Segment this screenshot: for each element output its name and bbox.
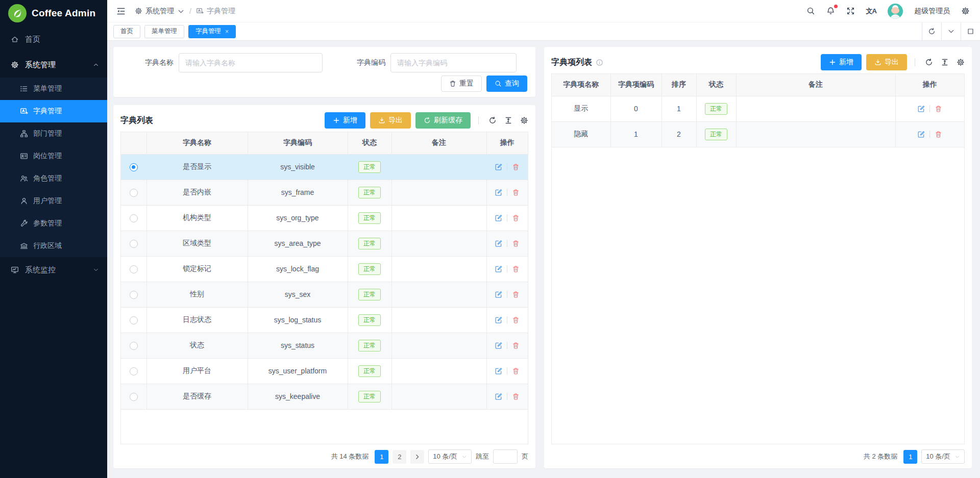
edit-icon[interactable] bbox=[495, 240, 502, 247]
settings-gear-icon[interactable] bbox=[961, 7, 970, 15]
dict-code-cell: sys_org_type bbox=[248, 205, 348, 231]
导出-button[interactable]: 导出 bbox=[370, 112, 411, 129]
row-radio[interactable] bbox=[130, 342, 138, 350]
delete-icon[interactable] bbox=[512, 342, 520, 349]
reset-button[interactable]: 重置 bbox=[441, 76, 482, 92]
delete-icon[interactable] bbox=[512, 367, 520, 375]
delete-icon[interactable] bbox=[512, 393, 520, 400]
edit-icon[interactable] bbox=[495, 291, 502, 298]
table-row[interactable]: 日志状态 sys_log_status 正常 bbox=[121, 307, 528, 333]
table-row[interactable]: 用户平台 sys_user_platform 正常 bbox=[121, 358, 528, 384]
sidebar-item[interactable]: 用户管理 bbox=[0, 190, 107, 212]
close-icon[interactable]: × bbox=[225, 29, 229, 35]
tab-label: 首页 bbox=[120, 27, 133, 36]
sidebar-item[interactable]: 字典管理 bbox=[0, 100, 107, 122]
row-height-icon[interactable] bbox=[941, 58, 949, 66]
导出-button[interactable]: 导出 bbox=[866, 54, 907, 70]
refresh-tab-icon[interactable] bbox=[922, 22, 941, 41]
edit-icon[interactable] bbox=[495, 342, 502, 349]
tab-actions-chevron-icon[interactable] bbox=[941, 22, 961, 41]
delete-icon[interactable] bbox=[512, 291, 520, 298]
edit-icon[interactable] bbox=[917, 105, 925, 113]
page-button[interactable]: 1 bbox=[375, 450, 388, 464]
sidebar-item[interactable]: 部门管理 bbox=[0, 122, 107, 145]
query-button[interactable]: 查询 bbox=[486, 76, 527, 92]
table-row[interactable]: 锁定标记 sys_lock_flag 正常 bbox=[121, 256, 528, 282]
row-radio[interactable] bbox=[130, 240, 138, 248]
sidebar-item[interactable]: 岗位管理 bbox=[0, 145, 107, 167]
sidebar-item[interactable]: 行政区域 bbox=[0, 235, 107, 257]
next-page-button[interactable] bbox=[410, 450, 424, 464]
row-radio[interactable] bbox=[130, 189, 138, 197]
jump-page-input[interactable] bbox=[493, 449, 518, 464]
page-button[interactable]: 1 bbox=[903, 450, 917, 464]
row-radio[interactable] bbox=[130, 393, 138, 401]
page-size-select[interactable]: 10 条/页 bbox=[921, 449, 965, 464]
search-icon[interactable] bbox=[806, 7, 815, 15]
row-radio[interactable] bbox=[130, 291, 138, 299]
table-row[interactable]: 是否显示 sys_visible 正常 bbox=[121, 154, 528, 180]
table-row[interactable]: 显示 0 1 正常 bbox=[552, 96, 964, 121]
sidebar-item[interactable]: 菜单管理 bbox=[0, 78, 107, 100]
row-radio[interactable] bbox=[130, 214, 138, 222]
sidebar-item[interactable]: 参数管理 bbox=[0, 212, 107, 235]
breadcrumb-system[interactable]: 系统管理 bbox=[135, 7, 185, 16]
edit-icon[interactable] bbox=[495, 163, 502, 171]
row-radio[interactable] bbox=[130, 367, 138, 375]
tab[interactable]: 字典管理× bbox=[188, 25, 236, 38]
table-row[interactable]: 是否缓存 sys_keepalive 正常 bbox=[121, 384, 528, 409]
sidebar-item[interactable]: 角色管理 bbox=[0, 167, 107, 190]
delete-icon[interactable] bbox=[512, 265, 520, 273]
table-row[interactable]: 性别 sys_sex 正常 bbox=[121, 282, 528, 307]
column-settings-gear-icon[interactable] bbox=[520, 116, 528, 124]
delete-icon[interactable] bbox=[935, 105, 942, 113]
row-radio[interactable] bbox=[130, 265, 138, 273]
edit-icon[interactable] bbox=[495, 393, 502, 400]
fullscreen-icon[interactable] bbox=[846, 7, 855, 15]
table-row[interactable]: 区域类型 sys_area_type 正常 bbox=[121, 231, 528, 256]
refresh-icon[interactable] bbox=[925, 58, 933, 66]
info-icon[interactable] bbox=[596, 59, 603, 66]
column-settings-gear-icon[interactable] bbox=[957, 58, 965, 66]
refresh-icon[interactable] bbox=[488, 116, 497, 124]
avatar[interactable] bbox=[888, 4, 903, 19]
刷新缓存-button[interactable]: 刷新缓存 bbox=[415, 112, 471, 129]
edit-icon[interactable] bbox=[917, 131, 925, 138]
edit-icon[interactable] bbox=[495, 189, 502, 196]
delete-icon[interactable] bbox=[935, 131, 942, 138]
sidebar-item[interactable]: 系统监控 bbox=[0, 257, 107, 283]
tab-label: 字典管理 bbox=[195, 27, 221, 36]
edit-icon[interactable] bbox=[495, 367, 502, 375]
tab[interactable]: 首页 bbox=[113, 25, 140, 38]
sidebar-item[interactable]: 系统管理 bbox=[0, 52, 107, 78]
新增-button[interactable]: 新增 bbox=[325, 112, 365, 129]
row-radio[interactable] bbox=[130, 316, 138, 324]
tab[interactable]: 菜单管理 bbox=[144, 25, 184, 38]
table-row[interactable]: 机构类型 sys_org_type 正常 bbox=[121, 205, 528, 231]
delete-icon[interactable] bbox=[512, 163, 520, 171]
table-row[interactable]: 状态 sys_status 正常 bbox=[121, 333, 528, 358]
edit-icon[interactable] bbox=[495, 316, 502, 324]
edit-icon[interactable] bbox=[495, 214, 502, 222]
delete-icon[interactable] bbox=[512, 240, 520, 247]
page-size-select[interactable]: 10 条/页 bbox=[428, 449, 472, 464]
user-name[interactable]: 超级管理员 bbox=[914, 7, 950, 16]
delete-icon[interactable] bbox=[512, 214, 520, 222]
maximize-icon[interactable] bbox=[961, 22, 980, 41]
dict-code-input[interactable] bbox=[390, 53, 517, 72]
row-radio[interactable] bbox=[130, 163, 138, 171]
table-row[interactable]: 隐藏 1 2 正常 bbox=[552, 121, 964, 147]
edit-icon[interactable] bbox=[495, 265, 502, 273]
page-button[interactable]: 2 bbox=[393, 450, 406, 464]
delete-icon[interactable] bbox=[512, 316, 520, 324]
table-row[interactable]: 是否内嵌 sys_frame 正常 bbox=[121, 180, 528, 205]
新增-button[interactable]: 新增 bbox=[821, 54, 862, 70]
app-logo[interactable]: Coffee Admin bbox=[0, 0, 107, 27]
menu-fold-icon[interactable] bbox=[116, 7, 126, 16]
translate-icon[interactable]: 文A bbox=[866, 7, 876, 16]
row-height-icon[interactable] bbox=[504, 116, 512, 124]
notification-bell-icon[interactable] bbox=[826, 7, 835, 15]
delete-icon[interactable] bbox=[512, 189, 520, 196]
sidebar-item[interactable]: 首页 bbox=[0, 27, 107, 52]
dict-name-input[interactable] bbox=[179, 53, 323, 72]
